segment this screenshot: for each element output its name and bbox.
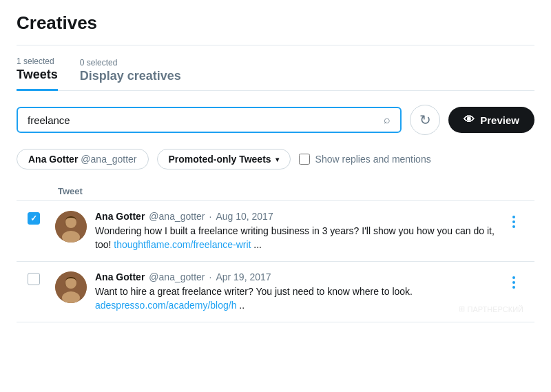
- preview-button-label: Preview: [480, 114, 519, 126]
- svg-point-1: [65, 217, 76, 228]
- tweet-checkbox-2[interactable]: [28, 273, 40, 285]
- tweets-tab-label: Tweets: [17, 68, 58, 82]
- tweet-more-button-1[interactable]: [504, 212, 523, 231]
- author-filter[interactable]: Ana Gotter @ana_gotter: [17, 149, 149, 169]
- tweets-selected-count: 1 selected: [17, 56, 54, 66]
- show-replies-label-text: Show replies and mentions: [315, 154, 431, 165]
- promoted-tweets-filter[interactable]: Promoted-only Tweets ▾: [157, 149, 291, 169]
- tweet-link-1[interactable]: thoughtflame.com/freelance-writ: [114, 239, 251, 250]
- tweet-content-1: Ana Gotter @ana_gotter · Aug 10, 2017 Wo…: [95, 211, 499, 251]
- tweet-row-2: Ana Gotter @ana_gotter · Apr 19, 2017 Wa…: [17, 262, 534, 322]
- tweet-text-2: Want to hire a great freelance writer? Y…: [95, 285, 499, 312]
- tweet-date-separator-2: ·: [209, 271, 212, 282]
- avatar-illustration-2: [55, 271, 87, 303]
- filters-row: Ana Gotter @ana_gotter Promoted-only Twe…: [17, 149, 534, 169]
- preview-eye-icon: 👁: [464, 114, 475, 126]
- tweet-date-separator-1: ·: [209, 211, 212, 222]
- tweet-date-2: Apr 19, 2017: [216, 271, 271, 282]
- tweet-link-suffix-2: ..: [239, 300, 245, 311]
- tweet-row: Ana Gotter @ana_gotter · Aug 10, 2017 Wo…: [17, 201, 534, 262]
- tweet-meta-2: Ana Gotter @ana_gotter · Apr 19, 2017: [95, 271, 499, 282]
- three-dots-icon-2: [512, 276, 515, 289]
- tab-display-creatives[interactable]: 0 selected Display creatives: [80, 58, 181, 90]
- table-header: Tweet: [17, 182, 534, 201]
- search-input[interactable]: [28, 114, 378, 126]
- page-container: Creatives 1 selected Tweets 0 selected D…: [0, 0, 551, 339]
- show-replies-filter[interactable]: Show replies and mentions: [299, 154, 431, 165]
- search-icon: ⌕: [384, 114, 391, 126]
- tweet-checkbox-area-2: [28, 271, 55, 285]
- tweet-author-handle-1: @ana_gotter: [149, 211, 205, 222]
- tab-tweets[interactable]: 1 selected Tweets: [17, 56, 58, 91]
- tweet-checkbox-1[interactable]: [28, 212, 40, 225]
- tweet-avatar-1: [55, 211, 87, 243]
- page-title: Creatives: [17, 12, 534, 34]
- watermark: ⊞ ПАРТНЕРСКИЙ: [459, 305, 523, 313]
- tweet-more-button-2[interactable]: [504, 273, 523, 292]
- tweet-avatar-2: [55, 271, 87, 303]
- preview-button[interactable]: 👁 Preview: [448, 107, 534, 133]
- tweet-date-1: Aug 10, 2017: [216, 211, 273, 222]
- chevron-down-icon: ▾: [276, 156, 279, 163]
- tweet-link-2[interactable]: adespresso.com/academy/blog/h: [95, 300, 236, 311]
- refresh-icon: ↻: [419, 112, 431, 128]
- tabs-row: 1 selected Tweets 0 selected Display cre…: [17, 56, 534, 91]
- tweet-meta-1: Ana Gotter @ana_gotter · Aug 10, 2017: [95, 211, 499, 222]
- show-replies-checkbox[interactable]: [299, 154, 310, 165]
- tweet-author-name-2: Ana Gotter: [95, 271, 145, 282]
- divider: [17, 45, 534, 45]
- tweet-content-2: Ana Gotter @ana_gotter · Apr 19, 2017 Wa…: [95, 271, 499, 312]
- svg-point-4: [65, 278, 76, 289]
- tweet-link-suffix-1: ...: [253, 239, 262, 250]
- display-creatives-selected-count: 0 selected: [80, 58, 118, 68]
- author-handle: @ana_gotter: [81, 154, 136, 165]
- display-creatives-tab-label: Display creatives: [80, 69, 181, 83]
- search-row: ⌕ ↻ 👁 Preview: [17, 105, 534, 135]
- tweet-checkbox-area-1: [28, 211, 55, 225]
- three-dots-icon-1: [512, 216, 515, 228]
- tweet-author-handle-2: @ana_gotter: [149, 271, 205, 282]
- avatar-illustration-1: [55, 211, 87, 243]
- tweet-author-name-1: Ana Gotter: [95, 211, 145, 222]
- tweet-text-body-2: Want to hire a great freelance writer? Y…: [95, 286, 413, 297]
- author-name: Ana Gotter: [28, 154, 78, 165]
- tweet-text-1: Wondering how I built a freelance writin…: [95, 225, 499, 251]
- search-box: ⌕: [17, 107, 402, 133]
- promoted-filter-label: Promoted-only Tweets: [169, 154, 271, 165]
- refresh-button[interactable]: ↻: [410, 105, 440, 135]
